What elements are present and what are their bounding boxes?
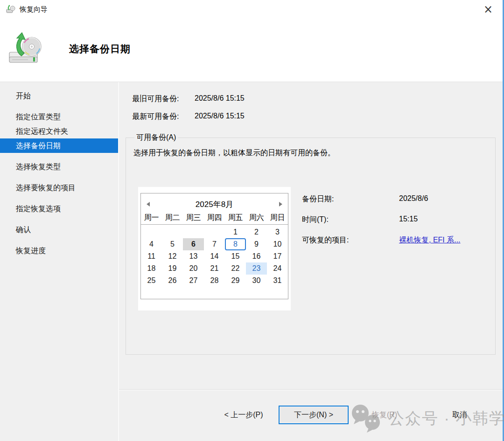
sidebar-item: 恢复进度 — [0, 243, 118, 258]
calendar-day[interactable]: 27 — [183, 275, 204, 287]
weekday-label: 周一 — [141, 213, 162, 223]
calendar-details-row: 2025年8月 周一周二周三周四周五周六周日 12345678910111213… — [133, 187, 489, 310]
calendar-day[interactable]: 5 — [162, 238, 183, 250]
detail-label: 时间(T): — [302, 215, 399, 225]
content-area: 最旧可用备份: 2025/8/6 15:15 最新可用备份: 2025/8/6 … — [119, 82, 503, 389]
weekday-label: 周二 — [162, 213, 183, 223]
calendar-day[interactable]: 6 — [183, 238, 204, 250]
titlebar: 恢复向导 × — [0, 0, 503, 19]
calendar-next-month-icon[interactable] — [279, 202, 282, 207]
calendar-day[interactable]: 22 — [225, 262, 246, 275]
recoverable-items-link[interactable]: 裸机恢复, EFI 系... — [399, 235, 461, 245]
detail-value: 2025/8/6 — [399, 194, 428, 204]
weekday-label: 周五 — [225, 213, 246, 223]
calendar-day — [204, 226, 225, 238]
calendar-panel: 2025年8月 周一周二周三周四周五周六周日 12345678910111213… — [138, 187, 291, 310]
sidebar-item: 确认 — [0, 222, 118, 237]
weekday-label: 周三 — [183, 213, 204, 223]
newest-backup-label: 最新可用备份: — [132, 112, 195, 122]
calendar-prev-month-icon[interactable] — [147, 202, 150, 207]
window-title: 恢复向导 — [20, 5, 48, 14]
page-title: 选择备份日期 — [69, 42, 131, 55]
oldest-backup-value: 2025/8/6 15:15 — [195, 94, 245, 104]
calendar-day[interactable]: 26 — [162, 275, 183, 287]
detail-row: 可恢复的项目:裸机恢复, EFI 系... — [302, 235, 461, 245]
calendar-day[interactable]: 28 — [204, 275, 225, 287]
oldest-backup-label: 最旧可用备份: — [132, 94, 195, 104]
cancel-button[interactable]: 取消 — [434, 406, 486, 424]
backup-details: 备份日期:2025/8/6时间(T):15:15可恢复的项目:裸机恢复, EFI… — [302, 194, 461, 310]
calendar-day[interactable]: 19 — [162, 262, 183, 275]
detail-value: 15:15 — [399, 215, 418, 225]
groupbox-description: 选择用于恢复的备份日期，以粗体显示的日期有可用的备份。 — [133, 148, 489, 158]
calendar-month-title: 2025年8月 — [150, 199, 279, 210]
newest-backup-value: 2025/8/6 15:15 — [195, 112, 245, 122]
close-icon[interactable]: × — [480, 2, 496, 16]
calendar-day[interactable]: 3 — [267, 226, 288, 238]
calendar-day — [162, 226, 183, 238]
calendar-day[interactable]: 20 — [183, 262, 204, 275]
calendar-day[interactable]: 17 — [267, 250, 288, 262]
calendar-day[interactable]: 29 — [225, 275, 246, 287]
oldest-backup-row: 最旧可用备份: 2025/8/6 15:15 — [132, 94, 496, 104]
detail-label: 可恢复的项目: — [302, 235, 399, 245]
calendar-day[interactable]: 30 — [246, 275, 267, 287]
calendar-day[interactable]: 9 — [246, 238, 267, 250]
recover-button: 恢复(R) — [357, 406, 412, 424]
sidebar-item: 指定位置类型 — [0, 110, 118, 124]
calendar-day[interactable]: 31 — [267, 275, 288, 287]
content-column: 最旧可用备份: 2025/8/6 15:15 最新可用备份: 2025/8/6 … — [119, 82, 503, 441]
available-backups-groupbox: 可用备份(A) 选择用于恢复的备份日期，以粗体显示的日期有可用的备份。 2025… — [126, 133, 496, 355]
calendar-day[interactable]: 15 — [225, 250, 246, 262]
calendar-control: 2025年8月 周一周二周三周四周五周六周日 12345678910111213… — [140, 193, 288, 299]
calendar-day[interactable]: 21 — [204, 262, 225, 275]
groupbox-legend: 可用备份(A) — [134, 133, 178, 143]
previous-button[interactable]: < 上一步(P) — [213, 406, 274, 424]
sidebar-item: 选择备份日期 — [0, 138, 118, 153]
detail-label: 备份日期: — [302, 194, 399, 204]
calendar-grid: 1234567891011121314151617181920212223242… — [141, 226, 288, 287]
sidebar-item: 指定远程文件夹 — [0, 124, 118, 138]
calendar-day[interactable]: 4 — [141, 238, 162, 250]
sidebar-steps: 开始指定位置类型指定远程文件夹选择备份日期选择恢复类型选择要恢复的项目指定恢复选… — [0, 82, 119, 441]
calendar-weekday-row: 周一周二周三周四周五周六周日 — [141, 213, 288, 225]
next-button[interactable]: 下一步(N) > — [279, 406, 349, 424]
calendar-day[interactable]: 8 — [225, 238, 246, 250]
calendar-day[interactable]: 12 — [162, 250, 183, 262]
calendar-day[interactable]: 7 — [204, 238, 225, 250]
calendar-day[interactable]: 16 — [246, 250, 267, 262]
backup-restore-icon — [7, 31, 44, 70]
weekday-label: 周六 — [246, 213, 267, 223]
calendar-day[interactable]: 24 — [267, 262, 288, 275]
wizard-body: 开始指定位置类型指定远程文件夹选择备份日期选择恢复类型选择要恢复的项目指定恢复选… — [0, 82, 503, 441]
calendar-day[interactable]: 18 — [141, 262, 162, 275]
detail-row: 备份日期:2025/8/6 — [302, 194, 461, 204]
calendar-day — [183, 226, 204, 238]
button-bar: < 上一步(P) 下一步(N) > 恢复(R) 取消 — [119, 389, 503, 441]
wizard-header: 选择备份日期 — [0, 19, 503, 82]
sidebar-item: 开始 — [0, 89, 118, 103]
calendar-day[interactable]: 13 — [183, 250, 204, 262]
weekday-label: 周四 — [204, 213, 225, 223]
calendar-day[interactable]: 14 — [204, 250, 225, 262]
recovery-wizard-window: 恢复向导 × — [0, 0, 504, 441]
calendar-day[interactable]: 1 — [225, 226, 246, 238]
calendar-day[interactable]: 23 — [246, 262, 267, 275]
app-icon — [6, 5, 15, 14]
sidebar-item: 选择要恢复的项目 — [0, 180, 118, 195]
calendar-day[interactable]: 2 — [246, 226, 267, 238]
newest-backup-row: 最新可用备份: 2025/8/6 15:15 — [132, 112, 496, 122]
calendar-header: 2025年8月 — [141, 197, 288, 211]
calendar-day[interactable]: 10 — [267, 238, 288, 250]
sidebar-item: 选择恢复类型 — [0, 159, 118, 174]
sidebar-item: 指定恢复选项 — [0, 201, 118, 216]
calendar-day[interactable]: 11 — [141, 250, 162, 262]
calendar-day[interactable]: 25 — [141, 275, 162, 287]
calendar-day — [141, 226, 162, 238]
detail-row: 时间(T):15:15 — [302, 215, 461, 225]
weekday-label: 周日 — [267, 213, 288, 223]
